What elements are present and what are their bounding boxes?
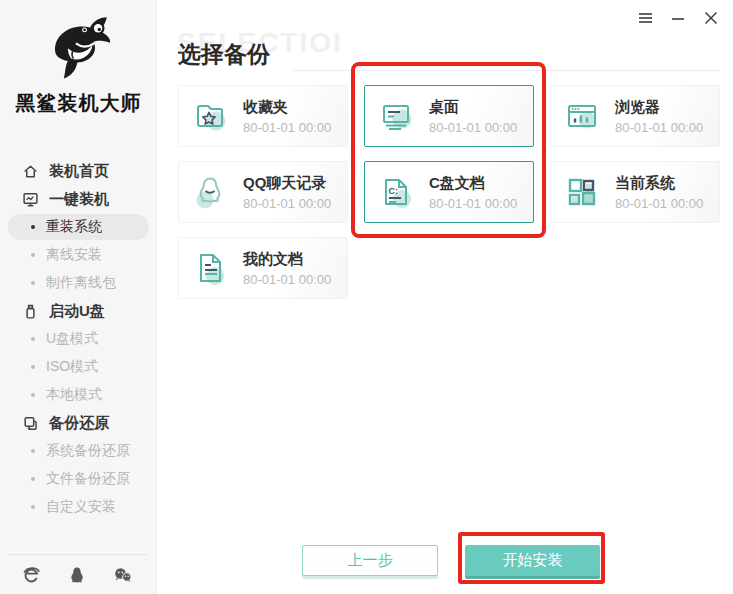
backup-card-label: 当前系统	[615, 174, 703, 192]
bullet-icon	[31, 505, 35, 509]
sidebar-item-make-offline-pack[interactable]: 制作离线包	[0, 269, 157, 297]
sidebar-item-label: 一键装机	[49, 190, 109, 209]
sidebar-item-label: 启动U盘	[49, 302, 105, 321]
sidebar-footer	[8, 554, 147, 594]
sidebar-item-reinstall-system[interactable]: 重装系统	[8, 214, 149, 240]
backup-card-label: C盘文档	[429, 174, 517, 192]
sidebar-item-label: 文件备份还原	[46, 470, 130, 488]
sidebar-item-label: 装机首页	[49, 162, 109, 181]
usb-drive-icon	[22, 303, 39, 320]
sidebar-item-label: 重装系统	[46, 218, 102, 236]
page-title: 选择备份	[178, 39, 270, 70]
qq-chat-icon	[190, 172, 230, 212]
bullet-icon	[31, 337, 35, 341]
backup-card-my-documents[interactable]: 我的文档 80-01-01 00:00	[178, 237, 348, 299]
qq-icon[interactable]	[68, 566, 86, 584]
bullet-icon	[31, 253, 35, 257]
backup-card-desktop[interactable]: 桌面 80-01-01 00:00	[364, 85, 534, 147]
backup-card-date: 80-01-01 00:00	[615, 196, 703, 211]
backup-card-date: 80-01-01 00:00	[429, 196, 517, 211]
bullet-icon	[31, 225, 35, 229]
c-drive-label: C:	[389, 186, 399, 196]
bullet-icon	[31, 477, 35, 481]
backup-cards-grid: 收藏夹 80-01-01 00:00 桌面 80-01-01 00:00	[178, 85, 720, 299]
sidebar-item-custom-install[interactable]: 自定义安装	[0, 493, 157, 521]
backup-card-favorites[interactable]: 收藏夹 80-01-01 00:00	[178, 85, 348, 147]
backup-card-date: 80-01-01 00:00	[615, 120, 703, 135]
sidebar-item-label: 制作离线包	[46, 274, 116, 292]
bullet-icon	[31, 281, 35, 285]
sidebar-item-offline-install[interactable]: 离线安装	[0, 241, 157, 269]
sidebar-item-label: 自定义安装	[46, 498, 116, 516]
backup-card-browser[interactable]: 浏览器 80-01-01 00:00	[550, 85, 720, 147]
bullet-icon	[31, 393, 35, 397]
folder-star-icon	[190, 96, 230, 136]
sidebar-item-home[interactable]: 装机首页	[0, 157, 157, 185]
app-window: 黑鲨装机大师 装机首页 一键装机 重装系统 离线安装	[0, 0, 733, 594]
current-system-icon	[562, 172, 602, 212]
desktop-icon	[376, 96, 416, 136]
wechat-icon[interactable]	[113, 566, 133, 584]
minimize-icon[interactable]	[670, 10, 686, 26]
backup-restore-icon	[22, 415, 39, 432]
sidebar-item-usb-mode[interactable]: U盘模式	[0, 325, 157, 353]
window-controls	[637, 10, 719, 26]
monitor-chart-icon	[22, 191, 39, 208]
backup-card-label: 收藏夹	[243, 98, 331, 116]
sidebar-item-label: U盘模式	[46, 330, 98, 348]
start-install-button[interactable]: 开始安装	[465, 545, 600, 576]
sidebar-item-label: 本地模式	[46, 386, 102, 404]
sidebar-item-boot-usb[interactable]: 启动U盘	[0, 297, 157, 325]
previous-step-button[interactable]: 上一步	[302, 545, 438, 576]
sidebar-item-one-key-install[interactable]: 一键装机	[0, 185, 157, 213]
sidebar-item-label: 系统备份还原	[46, 442, 130, 460]
ie-browser-icon[interactable]	[22, 565, 41, 584]
my-documents-icon	[190, 248, 230, 288]
sidebar-item-label: 备份还原	[49, 414, 109, 433]
browser-icon	[562, 96, 602, 136]
sidebar-menu: 装机首页 一键装机 重装系统 离线安装 制作离线包	[0, 157, 157, 521]
backup-card-qq-chat[interactable]: QQ聊天记录 80-01-01 00:00	[178, 161, 348, 223]
backup-card-date: 80-01-01 00:00	[243, 196, 331, 211]
close-icon[interactable]	[703, 10, 719, 26]
backup-card-date: 80-01-01 00:00	[243, 272, 331, 287]
home-icon	[22, 163, 39, 180]
backup-card-label: QQ聊天记录	[243, 174, 331, 192]
sidebar-item-local-mode[interactable]: 本地模式	[0, 381, 157, 409]
c-drive-doc-icon: C:	[376, 172, 416, 212]
menu-icon[interactable]	[637, 10, 653, 26]
shark-logo-icon	[0, 10, 157, 88]
backup-card-current-system[interactable]: 当前系统 80-01-01 00:00	[550, 161, 720, 223]
backup-card-label: 我的文档	[243, 250, 331, 268]
backup-card-label: 浏览器	[615, 98, 703, 116]
title-divider	[292, 70, 720, 71]
sidebar-item-label: ISO模式	[46, 358, 98, 376]
backup-card-label: 桌面	[429, 98, 517, 116]
sidebar-item-file-backup-restore[interactable]: 文件备份还原	[0, 465, 157, 493]
backup-card-date: 80-01-01 00:00	[243, 120, 331, 135]
sidebar-item-backup-restore[interactable]: 备份还原	[0, 409, 157, 437]
backup-card-c-drive-docs[interactable]: C: C盘文档 80-01-01 00:00	[364, 161, 534, 223]
sidebar: 黑鲨装机大师 装机首页 一键装机 重装系统 离线安装	[0, 0, 157, 594]
sidebar-item-label: 离线安装	[46, 246, 102, 264]
backup-card-date: 80-01-01 00:00	[429, 120, 517, 135]
bullet-icon	[31, 365, 35, 369]
sidebar-item-system-backup-restore[interactable]: 系统备份还原	[0, 437, 157, 465]
app-title: 黑鲨装机大师	[0, 90, 157, 117]
bullet-icon	[31, 449, 35, 453]
app-logo: 黑鲨装机大师	[0, 10, 157, 117]
sidebar-item-iso-mode[interactable]: ISO模式	[0, 353, 157, 381]
